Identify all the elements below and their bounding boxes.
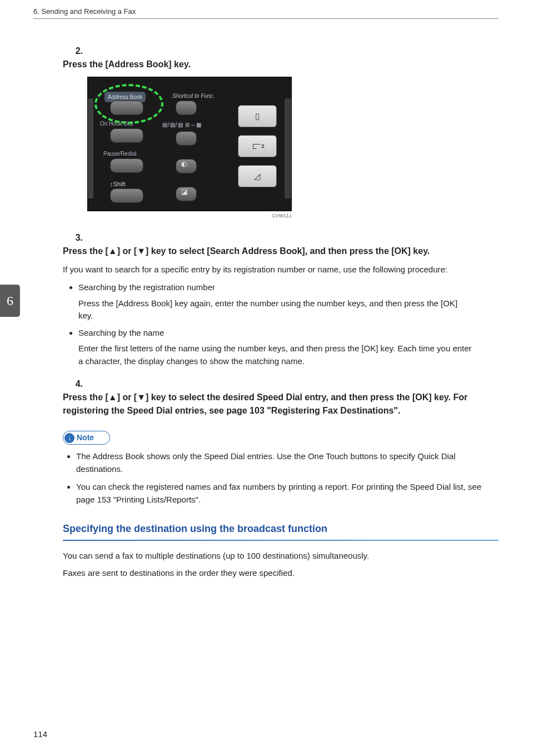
bullet-body: Press the [Address Book] key again, ente…	[78, 297, 474, 322]
page-cross-reference: page 103 "Registering Fax Destinations"	[226, 406, 398, 415]
note-label: Note	[77, 432, 94, 444]
pause-redial-label: Pause/Redial	[103, 150, 136, 158]
bullet-body: Enter the first letters of the name usin…	[78, 342, 474, 367]
bullet-title: Searching by the registration number	[78, 282, 215, 292]
bullet-title: Searching by the name	[78, 328, 164, 337]
step-number: 2.	[63, 44, 83, 58]
list-item: You can check the registered names and f…	[76, 481, 499, 506]
step-4: 4. Press the [▲] or [▼] key to select th…	[63, 377, 499, 423]
mode-button-2: ⫍▯	[238, 135, 277, 157]
subsection-paragraph: You can send a fax to multiple destinati…	[63, 550, 499, 563]
highlight-oval	[94, 84, 163, 124]
shortcut-label: Shortcut to Func.	[172, 92, 215, 100]
content-area: 2. Press the [Address Book] key. Address…	[63, 44, 499, 584]
step-2: 2. Press the [Address Book] key. Address…	[63, 44, 499, 226]
page-number: 114	[33, 728, 47, 741]
list-item: Searching by the name Enter the first le…	[78, 327, 474, 368]
contrast-icon: ◐	[181, 159, 187, 169]
note-badge: ↓ Note	[63, 431, 110, 445]
panel-edge-left	[88, 98, 93, 198]
subsection-divider	[63, 540, 499, 541]
shortcut-button	[176, 101, 197, 115]
list-item: The Address Book shows only the Speed Di…	[76, 450, 499, 475]
layout-icons-row: ▤/▤/▤ ⊞↔▦	[162, 121, 202, 129]
header-divider	[33, 18, 499, 19]
step-number: 3.	[63, 231, 83, 245]
note-icon: ↓	[64, 433, 74, 443]
step-heading: Press the [▲] or [▼] key to select the d…	[63, 391, 474, 417]
mode-button-1: ▯	[238, 105, 277, 127]
pause-redial-button	[110, 158, 143, 173]
chapter-header: 6. Sending and Receiving a Fax	[33, 6, 136, 17]
step-number: 4.	[63, 377, 83, 391]
mode-button-3: ◿	[238, 165, 277, 187]
shift-button	[110, 188, 143, 203]
step-heading: Press the [Address Book] key.	[63, 58, 474, 71]
illustration-caption: CVW111	[87, 212, 292, 220]
scan-mode-icon: ◿	[252, 171, 262, 181]
id-mode-icon: ⫍▯	[252, 141, 262, 151]
panel-illustration-wrap: Address Book Shortcut to Func. On Hook D…	[87, 77, 474, 220]
step-3: 3. Press the [▲] or [▼] key to select [S…	[63, 231, 499, 372]
panel-edge-right	[285, 98, 291, 198]
layout-button	[176, 131, 197, 146]
step-heading: Press the [▲] or [▼] key to select [Sear…	[63, 245, 474, 258]
step-paragraph: If you want to search for a specific ent…	[63, 263, 474, 276]
step-heading-post: .	[398, 406, 400, 415]
subsection-paragraph: Faxes are sent to destinations in the or…	[63, 567, 499, 580]
search-methods-list: Searching by the registration number Pre…	[78, 281, 474, 367]
list-item: Searching by the registration number Pre…	[78, 281, 474, 322]
copy-mode-icon: ▯	[252, 111, 262, 121]
memory-icon: ◪	[181, 187, 187, 197]
on-hook-button	[110, 128, 143, 143]
note-list: The Address Book shows only the Speed Di…	[76, 450, 499, 506]
shift-label: ↕Shift	[110, 180, 126, 189]
subsection-title: Specifying the destination using the bro…	[63, 521, 499, 536]
printer-panel-illustration: Address Book Shortcut to Func. On Hook D…	[87, 77, 292, 211]
chapter-tab: 6	[0, 285, 20, 317]
